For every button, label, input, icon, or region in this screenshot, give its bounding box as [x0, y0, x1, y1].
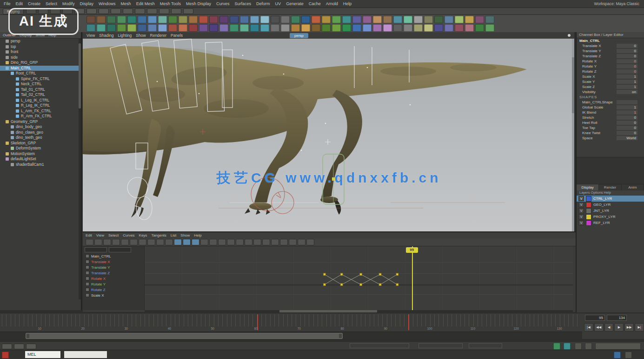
graph-channel-item[interactable]: Translate X — [83, 259, 144, 264]
outliner-item[interactable]: Neck_CTRL — [0, 81, 81, 87]
status-icon[interactable] — [585, 343, 592, 350]
shelf-tool-icon[interactable] — [117, 24, 126, 32]
viewport-menu-item[interactable]: View — [86, 33, 95, 38]
shelf-tool-icon[interactable] — [455, 16, 464, 23]
current-time-cursor[interactable] — [412, 246, 413, 310]
shelf-tool-icon[interactable] — [332, 16, 341, 23]
status-icon-green[interactable] — [553, 343, 560, 350]
filter-dropdown[interactable] — [109, 247, 131, 252]
keyframe[interactable] — [340, 273, 343, 276]
keyframe[interactable] — [340, 284, 343, 286]
animation-curves[interactable] — [145, 246, 573, 310]
graph-menu-item[interactable]: Select — [108, 233, 119, 237]
layer-visibility-toggle[interactable]: V — [578, 208, 584, 213]
outliner-item[interactable]: side — [0, 55, 81, 61]
shelf-tool-icon[interactable] — [107, 24, 116, 32]
layer-color-swatch[interactable] — [586, 208, 591, 214]
range-slider-handle[interactable] — [26, 333, 343, 339]
layer-row[interactable]: VGEO_LYR — [577, 202, 644, 208]
filter-dropdown[interactable] — [85, 247, 107, 252]
tool-chip[interactable] — [14, 344, 24, 349]
menubar-item[interactable]: Mesh — [121, 1, 131, 6]
channel-value[interactable]: 0 — [617, 131, 637, 135]
graph-tool-button[interactable] — [253, 239, 261, 245]
outliner-item[interactable]: L_Arm_FK_CTRL — [0, 108, 81, 114]
viewport-menu-item[interactable]: Panels — [171, 33, 183, 38]
channel-value[interactable]: 0 — [617, 64, 637, 68]
layer-visibility-toggle[interactable]: V — [578, 202, 584, 207]
shelf-tool-icon[interactable] — [342, 24, 351, 32]
shelf-tool-icon[interactable] — [373, 16, 382, 23]
graph-menu-item[interactable]: Curves — [123, 233, 134, 237]
status-icon[interactable] — [575, 343, 582, 350]
playback-button[interactable]: |◀ — [584, 323, 593, 332]
graph-channel-item[interactable]: Rotate Z — [83, 287, 144, 292]
outliner-item[interactable]: Geometry_GRP — [0, 119, 81, 125]
graph-tool-button[interactable] — [218, 239, 226, 245]
graph-tool-button[interactable] — [200, 239, 208, 245]
layer-row[interactable]: VJNT_LYR — [577, 208, 644, 214]
graph-channel-item[interactable]: Main_CTRL — [83, 253, 144, 259]
channel-value[interactable]: 0 — [617, 49, 637, 53]
outliner-item[interactable]: DeformSystem — [0, 146, 81, 151]
shelf-tool-icon[interactable] — [240, 16, 249, 23]
menubar-item[interactable]: Create — [28, 1, 40, 6]
graph-tool-button[interactable] — [262, 239, 270, 245]
channel-value[interactable]: on — [617, 90, 637, 94]
shelf-tool-icon[interactable] — [199, 24, 208, 32]
status-toolbar-icon[interactable] — [86, 8, 97, 14]
transform-field[interactable] — [418, 343, 463, 348]
shelf-tool-icon[interactable] — [404, 16, 412, 23]
outliner-item[interactable]: front — [0, 49, 81, 55]
shelf-tool-icon[interactable] — [383, 24, 392, 32]
layer-row[interactable]: VCTRL_LYR — [577, 196, 644, 202]
channel-value[interactable]: 1 — [617, 80, 637, 84]
keyframe[interactable] — [379, 284, 381, 286]
shelf-tool-icon[interactable] — [445, 24, 453, 32]
shelf-tool-icon[interactable] — [97, 24, 106, 32]
playback-button[interactable]: ◀ — [604, 323, 614, 332]
graph-tool-button[interactable] — [192, 239, 199, 245]
graph-tool-button[interactable] — [94, 239, 102, 245]
layer-color-swatch[interactable] — [586, 202, 591, 208]
graph-tool-button[interactable] — [147, 239, 155, 245]
graph-tool-button[interactable] — [156, 239, 164, 245]
shelf-tool-icon[interactable] — [219, 24, 228, 32]
graph-tool-button[interactable] — [121, 239, 129, 245]
viewport-scrollbar[interactable] — [572, 39, 574, 231]
transform-field[interactable] — [469, 343, 502, 348]
channel-value[interactable]: 1 — [617, 105, 637, 109]
graph-tool-button[interactable] — [280, 239, 288, 245]
shelf-tool-icon[interactable] — [455, 24, 464, 32]
outliner-item[interactable]: top — [0, 44, 81, 50]
menubar-item[interactable]: UV — [275, 1, 281, 6]
graph-channel-item[interactable]: Translate Z — [83, 270, 144, 276]
graph-tool-button[interactable] — [86, 239, 93, 245]
outliner-item[interactable]: Spine_FK_CTRL — [0, 76, 81, 82]
viewport-menu-item[interactable]: Shading — [99, 33, 113, 38]
menubar-item[interactable]: Cache — [309, 1, 321, 6]
panel-close-icon[interactable] — [568, 34, 571, 37]
outliner-item[interactable]: shaderBallCam1 — [0, 162, 81, 168]
layer-visibility-toggle[interactable]: V — [578, 220, 584, 225]
shelf-tool-icon[interactable] — [86, 16, 95, 23]
channel-value[interactable]: 0 — [617, 121, 637, 125]
outliner-item[interactable]: Dino_RIG_GRP — [0, 60, 81, 66]
status-toolbar-icon[interactable] — [135, 8, 145, 14]
shelf-tool-icon[interactable] — [189, 24, 198, 32]
channel-value[interactable]: 1 — [617, 110, 637, 115]
outliner-item[interactable]: persp — [0, 39, 81, 44]
tool-chip[interactable] — [26, 344, 36, 349]
shelf-tool-icon[interactable] — [312, 24, 320, 32]
shelf-tool-icon[interactable] — [281, 24, 290, 32]
graph-channel-item[interactable]: Rotate X — [83, 276, 144, 281]
keyframe[interactable] — [396, 284, 398, 286]
viewport-menu-item[interactable]: Lighting — [118, 33, 132, 38]
current-frame-flag[interactable]: 95 — [406, 247, 418, 253]
graph-curve-area[interactable]: 95 — [145, 246, 573, 310]
shelf-tool-icon[interactable] — [322, 16, 331, 23]
shelf-tool-icon[interactable] — [189, 16, 198, 23]
channel-value[interactable]: World — [617, 136, 637, 140]
graph-menu-item[interactable]: Edit — [86, 233, 92, 237]
shelf-tool-icon[interactable] — [148, 16, 157, 23]
